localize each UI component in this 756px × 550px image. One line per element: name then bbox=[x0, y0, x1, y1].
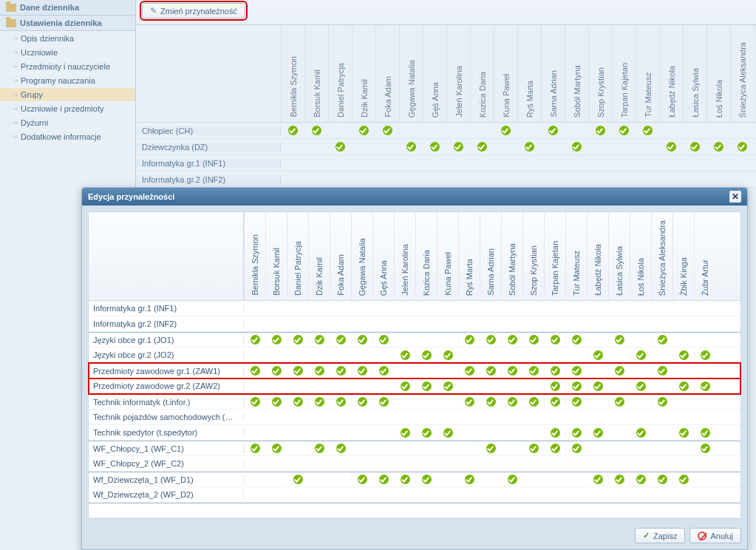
grid-cell[interactable] bbox=[308, 366, 330, 376]
sidebar-item[interactable]: ››Przedmioty i nauczyciele bbox=[0, 59, 135, 73]
grid-cell[interactable] bbox=[265, 366, 287, 376]
grid-cell[interactable] bbox=[651, 335, 672, 345]
column-header[interactable]: Łabędź Nikola bbox=[587, 212, 608, 300]
sidebar-item[interactable]: ››Uczniowie bbox=[0, 45, 135, 59]
grid-cell[interactable] bbox=[565, 427, 587, 438]
grid-cell[interactable] bbox=[651, 397, 672, 407]
grid-cell[interactable] bbox=[330, 335, 351, 345]
grid-cell[interactable] bbox=[565, 444, 587, 454]
column-header[interactable]: Kozica Daria bbox=[415, 212, 437, 300]
grid-cell[interactable] bbox=[694, 444, 715, 454]
grid-cell[interactable] bbox=[630, 381, 651, 391]
grid-cell[interactable] bbox=[394, 427, 415, 438]
grid-cell[interactable] bbox=[694, 381, 715, 391]
column-header[interactable]: Gęgawa Natalia bbox=[351, 212, 372, 300]
column-header[interactable]: Borsuk Kamil bbox=[265, 212, 287, 300]
grid-cell[interactable] bbox=[244, 444, 265, 454]
column-header[interactable]: Żbik Kinga bbox=[672, 212, 694, 300]
grid-cell[interactable] bbox=[480, 397, 501, 407]
grid-cell[interactable] bbox=[565, 335, 587, 345]
grid-cell[interactable] bbox=[372, 335, 394, 345]
grid-cell[interactable] bbox=[522, 397, 544, 407]
grid-cell[interactable] bbox=[287, 397, 308, 407]
grid-cell[interactable] bbox=[501, 335, 522, 345]
grid-cell[interactable] bbox=[501, 475, 522, 485]
grid-cell[interactable] bbox=[287, 366, 308, 376]
grid-cell[interactable] bbox=[351, 335, 372, 345]
grid-cell[interactable] bbox=[415, 427, 437, 438]
grid-cell[interactable] bbox=[394, 350, 415, 360]
grid-cell[interactable] bbox=[458, 475, 480, 485]
grid-cell[interactable] bbox=[351, 397, 372, 407]
grid-cell[interactable] bbox=[522, 366, 544, 376]
grid-cell[interactable] bbox=[501, 366, 522, 376]
grid-cell[interactable] bbox=[522, 444, 544, 454]
grid-cell[interactable] bbox=[480, 366, 501, 376]
grid-cell[interactable] bbox=[437, 427, 458, 438]
grid-cell[interactable] bbox=[694, 350, 715, 360]
grid-cell[interactable] bbox=[544, 366, 565, 376]
grid-cell[interactable] bbox=[694, 427, 715, 438]
grid-cell[interactable] bbox=[394, 381, 415, 391]
column-header[interactable]: Łasica Sylwia bbox=[608, 212, 630, 300]
sidebar-item[interactable]: ››Programy nauczania bbox=[0, 73, 135, 87]
grid-cell[interactable] bbox=[672, 350, 694, 360]
grid-cell[interactable] bbox=[394, 475, 415, 485]
grid-cell[interactable] bbox=[587, 475, 608, 485]
grid-cell[interactable] bbox=[265, 397, 287, 407]
grid-cell[interactable] bbox=[630, 350, 651, 360]
grid-cell[interactable] bbox=[565, 366, 587, 376]
column-header[interactable]: Sarna Adrian bbox=[480, 212, 501, 300]
grid-cell[interactable] bbox=[244, 366, 265, 376]
grid-cell[interactable] bbox=[565, 381, 587, 391]
grid-cell[interactable] bbox=[330, 397, 351, 407]
grid-cell[interactable] bbox=[458, 397, 480, 407]
column-header[interactable]: Bernikla Szymon bbox=[244, 212, 265, 300]
grid-cell[interactable] bbox=[608, 397, 630, 407]
grid-cell[interactable] bbox=[308, 335, 330, 345]
grid-cell[interactable] bbox=[587, 350, 608, 360]
column-header[interactable]: Dzik Kamil bbox=[308, 212, 330, 300]
save-button[interactable]: ✓ Zapisz bbox=[635, 528, 685, 543]
column-header[interactable]: Tur Mateusz bbox=[565, 212, 587, 300]
sidebar-item[interactable]: ››Dodatkowe informacje bbox=[0, 129, 135, 143]
grid-cell[interactable] bbox=[372, 366, 394, 376]
grid-cell[interactable] bbox=[651, 475, 672, 485]
grid-cell[interactable] bbox=[522, 335, 544, 345]
column-header[interactable]: Łoś Nikola bbox=[630, 212, 651, 300]
grid-cell[interactable] bbox=[458, 366, 480, 376]
sidebar-item[interactable]: ››Opis dziennika bbox=[0, 31, 135, 45]
grid-cell[interactable] bbox=[415, 381, 437, 391]
column-header[interactable]: Gęś Anna bbox=[372, 212, 394, 300]
grid-cell[interactable] bbox=[351, 475, 372, 485]
column-header[interactable]: Śnieżyca Aleksandra bbox=[651, 212, 672, 300]
column-header[interactable]: Ryś Marta bbox=[458, 212, 480, 300]
column-header[interactable]: Daniel Patrycja bbox=[287, 212, 308, 300]
grid-cell[interactable] bbox=[651, 366, 672, 376]
grid-cell[interactable] bbox=[480, 444, 501, 454]
column-header[interactable]: Tarpan Kajetan bbox=[544, 212, 565, 300]
grid-cell[interactable] bbox=[501, 397, 522, 407]
grid-cell[interactable] bbox=[372, 475, 394, 485]
column-header[interactable]: Soból Martyna bbox=[501, 212, 522, 300]
grid-cell[interactable] bbox=[437, 350, 458, 360]
sidebar-item[interactable]: ››Dyżurni bbox=[0, 115, 135, 129]
grid-cell[interactable] bbox=[565, 397, 587, 407]
cancel-button[interactable]: Anuluj bbox=[689, 528, 741, 543]
grid-cell[interactable] bbox=[630, 475, 651, 485]
grid-cell[interactable] bbox=[608, 475, 630, 485]
change-membership-button[interactable]: ✎ Zmień przynależność bbox=[142, 3, 245, 18]
grid-cell[interactable] bbox=[308, 397, 330, 407]
sidebar-item[interactable]: ››Grupy bbox=[0, 87, 135, 101]
grid-cell[interactable] bbox=[265, 335, 287, 345]
grid-cell[interactable] bbox=[608, 366, 630, 376]
grid-cell[interactable] bbox=[372, 397, 394, 407]
grid-cell[interactable] bbox=[608, 335, 630, 345]
grid-cell[interactable] bbox=[672, 381, 694, 391]
grid-cell[interactable] bbox=[244, 335, 265, 345]
grid-cell[interactable] bbox=[351, 366, 372, 376]
grid-cell[interactable] bbox=[437, 381, 458, 391]
grid-cell[interactable] bbox=[544, 335, 565, 345]
grid-cell[interactable] bbox=[480, 335, 501, 345]
column-header[interactable]: Żubr Artur bbox=[694, 212, 715, 300]
